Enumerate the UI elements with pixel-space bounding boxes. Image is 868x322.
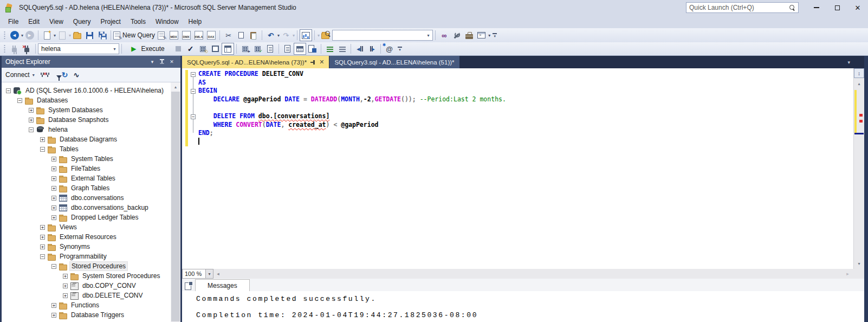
open-file-button[interactable] bbox=[71, 29, 83, 41]
dax-query-button[interactable]: DAX bbox=[205, 29, 217, 41]
collapse-icon[interactable]: − bbox=[17, 98, 22, 103]
editor-vertical-scrollbar[interactable]: ↕ ▴ ▾ bbox=[853, 68, 864, 269]
toolbox-button[interactable] bbox=[463, 29, 475, 41]
menu-item-project[interactable]: Project bbox=[96, 16, 126, 28]
database-selector[interactable]: helena ▾ bbox=[38, 43, 119, 54]
new-query-button[interactable]: New Query bbox=[113, 29, 155, 41]
results-to-grid-button[interactable] bbox=[294, 43, 306, 55]
tree-item-partial[interactable]: + bbox=[2, 320, 170, 322]
tree-item-programmability[interactable]: −Programmability bbox=[2, 252, 170, 261]
parse-button[interactable]: ✓ bbox=[184, 43, 197, 55]
refresh-button[interactable]: ↻ bbox=[62, 71, 68, 79]
tree-scrollbar-thumb[interactable] bbox=[171, 92, 180, 321]
expand-icon[interactable]: + bbox=[51, 157, 56, 162]
tree-item-ad-sql-server-16-0-1000-6-helena-helena-[interactable]: −AD (SQL Server 16.0.1000.6 - HELENA\hel… bbox=[2, 86, 170, 95]
hscroll-left-arrow[interactable]: ◂ bbox=[213, 271, 223, 276]
redo-caret[interactable]: ▾ bbox=[293, 33, 295, 38]
include-client-statistics-button[interactable] bbox=[264, 43, 276, 55]
tree-item-external-resources[interactable]: +External Resources bbox=[2, 232, 170, 242]
zoom-selector[interactable]: 100 % bbox=[182, 269, 206, 279]
database-engine-query-button[interactable] bbox=[155, 29, 167, 41]
expand-icon[interactable]: + bbox=[40, 244, 45, 249]
specify-template-parameters-button[interactable]: @ bbox=[383, 43, 396, 55]
menu-item-help[interactable]: Help bbox=[184, 16, 207, 28]
object-explorer-header[interactable]: Object Explorer ▾ ✕ bbox=[2, 56, 180, 68]
collapse-icon[interactable]: − bbox=[40, 147, 45, 152]
tree-scrollbar[interactable]: ▴ bbox=[171, 82, 180, 322]
include-actual-plan-button[interactable]: ✓ bbox=[251, 43, 264, 55]
messages-tab[interactable]: Messages bbox=[195, 279, 250, 291]
restore-button[interactable] bbox=[827, 0, 847, 15]
activity-monitor-button[interactable] bbox=[300, 29, 312, 41]
cancel-query-button[interactable] bbox=[172, 43, 184, 55]
tree-item-databases[interactable]: −Databases bbox=[2, 95, 170, 105]
document-tab-0[interactable]: SQLQuery5.sql - AD...ELENA\helena (73))*… bbox=[182, 56, 329, 68]
scroll-up-arrow[interactable]: ▴ bbox=[171, 82, 180, 91]
tree-item-dbo-conversations-backup[interactable]: +dbo.conversations_backup bbox=[2, 203, 170, 212]
display-estimated-plan-button[interactable]: ◇ bbox=[197, 43, 209, 55]
properties-window-button[interactable] bbox=[450, 29, 463, 41]
query-options-button[interactable] bbox=[209, 43, 222, 55]
database-selector-caret[interactable]: ▾ bbox=[111, 44, 119, 54]
uncomment-selection-button[interactable] bbox=[336, 43, 348, 55]
expand-icon[interactable]: + bbox=[51, 205, 56, 210]
menu-item-window[interactable]: Window bbox=[151, 16, 184, 28]
menu-item-view[interactable]: View bbox=[44, 16, 68, 28]
undo-button[interactable]: ↶ bbox=[264, 29, 277, 41]
intellisense-enabled-button[interactable] bbox=[222, 43, 234, 55]
menu-item-edit[interactable]: Edit bbox=[23, 16, 44, 28]
increase-indent-button[interactable]: ▸ bbox=[366, 43, 378, 55]
collapse-icon[interactable]: − bbox=[40, 254, 45, 259]
tree-item-system-stored-procedures[interactable]: +System Stored Procedures bbox=[2, 271, 170, 281]
toolbar-overflow-button[interactable]: ▾ bbox=[490, 30, 499, 41]
expand-icon[interactable]: + bbox=[51, 303, 56, 308]
expand-icon[interactable]: + bbox=[40, 137, 45, 142]
tree-item-helena[interactable]: −helena bbox=[2, 125, 170, 134]
expand-icon[interactable]: + bbox=[63, 284, 68, 288]
hscroll-right-arrow[interactable]: ▸ bbox=[843, 271, 852, 276]
expand-icon[interactable]: + bbox=[51, 186, 56, 191]
results-to-text-button[interactable] bbox=[281, 43, 294, 55]
vs-launcher-button[interactable]: ∞ bbox=[438, 29, 450, 41]
outline-collapse-box[interactable]: − bbox=[191, 89, 196, 94]
editor-scroll-up[interactable]: ▴ bbox=[854, 79, 864, 88]
find-combobox-caret[interactable]: ▾ bbox=[424, 30, 432, 40]
menu-item-query[interactable]: Query bbox=[68, 16, 96, 28]
sql-editor[interactable]: −CREATE PROCEDURE DELETE_CONVAS−BEGIN DE… bbox=[182, 68, 864, 269]
outline-collapse-box[interactable]: − bbox=[191, 114, 196, 119]
expand-icon[interactable]: + bbox=[63, 274, 68, 279]
close-button[interactable]: ✕ bbox=[847, 0, 868, 15]
tree-item-dropped-ledger-tables[interactable]: +Dropped Ledger Tables bbox=[2, 212, 170, 222]
zoom-selector-caret[interactable]: ▾ bbox=[206, 269, 213, 279]
expand-icon[interactable]: + bbox=[51, 196, 56, 201]
copy-button[interactable] bbox=[235, 29, 247, 41]
document-tab-1[interactable]: SQLQuery3.sql - AD...ELENA\helena (51))* bbox=[329, 56, 459, 68]
connect-button[interactable]: Connect▾ bbox=[5, 71, 35, 79]
activity-monitor-icon[interactable]: ∿ bbox=[73, 71, 79, 79]
add-item-button[interactable] bbox=[56, 29, 68, 41]
tree-item-database-triggers[interactable]: +Database Triggers bbox=[2, 310, 170, 320]
close-panel-button[interactable]: ✕ bbox=[167, 59, 177, 65]
collapse-icon[interactable]: − bbox=[51, 264, 56, 269]
change-connection-button[interactable]: ✕ bbox=[21, 43, 33, 55]
save-button[interactable] bbox=[83, 29, 96, 41]
connect-database-button[interactable] bbox=[8, 43, 21, 55]
tree-item-graph-tables[interactable]: +Graph Tables bbox=[2, 183, 170, 193]
tab-pin-icon[interactable] bbox=[310, 60, 315, 65]
new-project-button[interactable]: ✦ bbox=[41, 29, 53, 41]
menu-item-tools[interactable]: Tools bbox=[126, 16, 151, 28]
toolbar-overflow-button-2[interactable]: ▾ bbox=[396, 43, 404, 54]
tree-item-dbo-copy-conv[interactable]: +dbo.COPY_CONV bbox=[2, 281, 170, 291]
tree-item-database-diagrams[interactable]: +Database Diagrams bbox=[2, 134, 170, 144]
decrease-indent-button[interactable]: ◂ bbox=[353, 43, 366, 55]
tree-item-system-databases[interactable]: +System Databases bbox=[2, 105, 170, 115]
tree-item-dbo-delete-conv[interactable]: +dbo.DELETE_CONV bbox=[2, 291, 170, 300]
tree-item-synonyms[interactable]: +Synonyms bbox=[2, 242, 170, 252]
expand-icon[interactable]: + bbox=[51, 166, 56, 171]
results-to-file-button[interactable] bbox=[306, 43, 319, 55]
redo-button[interactable]: ↷ bbox=[280, 29, 292, 41]
tree-item-functions[interactable]: +Functions bbox=[2, 300, 170, 310]
expand-icon[interactable]: + bbox=[51, 313, 56, 318]
expand-icon[interactable]: + bbox=[40, 235, 45, 240]
command-window-button[interactable]: > bbox=[475, 29, 488, 41]
